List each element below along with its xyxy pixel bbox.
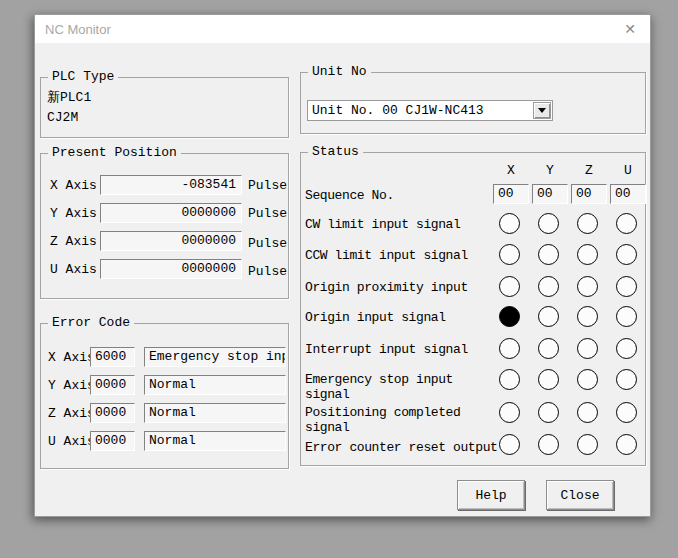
status-indicator <box>538 434 559 455</box>
nc-monitor-dialog: NC Monitor ✕ PLC Type 新PLC1 CJ2M Unit No… <box>34 14 651 517</box>
status-indicator <box>616 306 637 327</box>
unit-no-selected-value: Unit No. 00 CJ1W-NC413 <box>312 102 484 120</box>
status-indicator <box>616 434 637 455</box>
status-indicator <box>577 276 598 297</box>
chevron-down-icon <box>538 108 546 117</box>
axis-label: Y Axis <box>48 378 95 394</box>
column-header-y: Y <box>532 164 568 178</box>
close-icon[interactable]: ✕ <box>618 19 642 39</box>
status-indicator <box>577 338 598 359</box>
plc-model-text: CJ2M <box>47 110 78 126</box>
status-indicator <box>616 213 637 234</box>
sequence-no-field: 00 <box>532 184 568 204</box>
status-indicator <box>616 338 637 359</box>
sequence-no-field: 00 <box>571 184 607 204</box>
status-indicator <box>577 369 598 390</box>
error-description-field: Normal <box>144 375 286 395</box>
signal-label: CCW limit input signal <box>305 248 468 263</box>
status-indicator <box>538 369 559 390</box>
error-code-field: 6000 <box>90 347 135 367</box>
status-indicator <box>499 402 520 423</box>
close-button[interactable]: Close <box>546 480 614 510</box>
axis-label: Z Axis <box>50 234 97 250</box>
status-indicator <box>616 369 637 390</box>
error-code-group-title: Error Code <box>48 315 134 331</box>
axis-label: U Axis <box>50 262 97 278</box>
status-indicator <box>538 276 559 297</box>
titlebar: NC Monitor ✕ <box>35 15 650 43</box>
status-indicator <box>538 402 559 423</box>
help-button[interactable]: Help <box>457 480 525 510</box>
status-indicator <box>499 244 520 265</box>
error-description-field: Emergency stop inpu <box>144 347 286 367</box>
signal-label: Interrupt input signal <box>305 342 468 357</box>
signal-label: Origin proximity input <box>305 280 468 295</box>
sequence-no-field: 00 <box>493 184 529 204</box>
status-indicator <box>577 213 598 234</box>
axis-label: X Axis <box>50 178 97 194</box>
unit-label: Pulse <box>248 236 287 252</box>
column-header-u: U <box>610 164 646 178</box>
error-code-field: 0000 <box>90 431 135 451</box>
status-indicator <box>499 276 520 297</box>
axis-label: U Axis <box>48 434 95 450</box>
error-code-group: Error Code X Axis 6000 Emergency stop in… <box>40 323 289 469</box>
sequence-no-field: 00 <box>610 184 646 204</box>
unit-label: Pulse <box>248 206 287 222</box>
status-indicator <box>577 434 598 455</box>
signal-label: Origin input signal <box>305 310 446 325</box>
axis-label: Z Axis <box>48 406 95 422</box>
axis-label: X Axis <box>48 350 95 366</box>
unit-label: Pulse <box>248 264 287 280</box>
status-indicator <box>616 276 637 297</box>
signal-label: Error counter reset output <box>305 440 497 455</box>
window-title: NC Monitor <box>35 22 111 37</box>
status-indicator <box>499 306 520 327</box>
status-indicator <box>538 306 559 327</box>
error-description-field: Normal <box>144 403 286 423</box>
present-position-group-title: Present Position <box>48 145 181 161</box>
error-description-field: Normal <box>144 431 286 451</box>
error-code-field: 0000 <box>90 375 135 395</box>
status-indicator <box>577 244 598 265</box>
signal-label: CW limit input signal <box>305 217 460 232</box>
plc-type-group-title: PLC Type <box>48 69 118 85</box>
position-value-field: -083541 <box>100 175 242 195</box>
column-header-x: X <box>493 164 529 178</box>
signal-label: Emergency stop input signal <box>305 372 453 402</box>
status-indicator <box>499 369 520 390</box>
status-indicator <box>538 338 559 359</box>
plc-name-text: 新PLC1 <box>47 90 91 106</box>
position-value-field: 0000000 <box>100 203 242 223</box>
status-indicator <box>499 434 520 455</box>
unit-label: Pulse <box>248 178 287 194</box>
status-indicator <box>538 213 559 234</box>
unit-no-combobox[interactable]: Unit No. 00 CJ1W-NC413 <box>307 100 553 121</box>
column-header-z: Z <box>571 164 607 178</box>
axis-label: Y Axis <box>50 206 97 222</box>
status-indicator <box>577 402 598 423</box>
status-indicator <box>499 213 520 234</box>
plc-type-group: PLC Type 新PLC1 CJ2M <box>40 77 289 138</box>
status-group-title: Status <box>308 144 363 160</box>
status-indicator <box>616 402 637 423</box>
status-indicator <box>616 244 637 265</box>
unit-no-group-title: Unit No <box>308 64 371 80</box>
sequence-no-label: Sequence No. <box>305 188 394 204</box>
position-value-field: 0000000 <box>100 231 242 251</box>
position-value-field: 0000000 <box>100 259 242 279</box>
signal-label: Positioning completed signal <box>305 405 460 435</box>
status-indicator <box>499 338 520 359</box>
status-indicator <box>538 244 559 265</box>
unit-no-group: Unit No Unit No. 00 CJ1W-NC413 <box>300 72 646 134</box>
error-code-field: 0000 <box>90 403 135 423</box>
present-position-group: Present Position X Axis -083541 Pulse Y … <box>40 153 289 299</box>
status-indicator <box>577 306 598 327</box>
status-group: Status X Y Z U Sequence No. 00 00 00 00 … <box>300 152 646 466</box>
combo-dropdown-button[interactable] <box>533 102 551 119</box>
